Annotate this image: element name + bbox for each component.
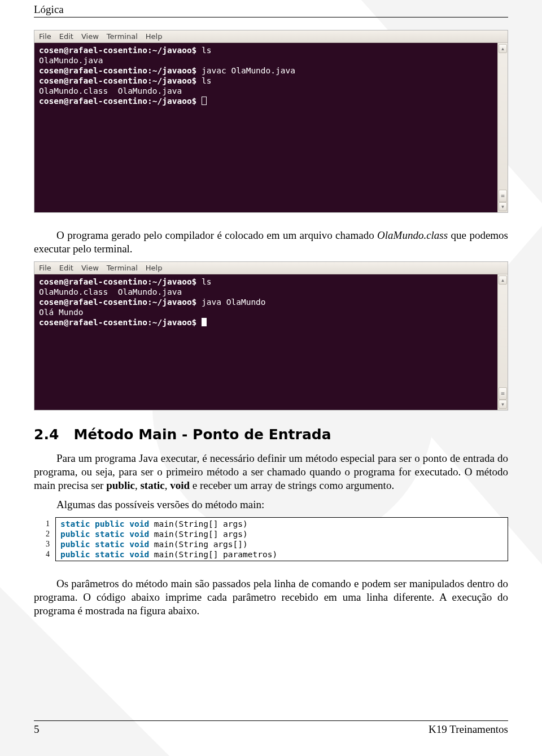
scroll-thumb: ≡ <box>499 190 507 202</box>
terminal-output: cosen@rafael-cosentino:~/javaoo$ ls OlaM… <box>34 43 497 212</box>
paragraph-1: O programa gerado pelo compilador é colo… <box>34 229 508 256</box>
header-rule <box>34 17 508 18</box>
page-number: 5 <box>34 723 40 736</box>
menu-terminal: Terminal <box>107 264 138 272</box>
cursor-icon <box>202 318 207 326</box>
menu-file: File <box>39 264 51 272</box>
menu-view: View <box>81 32 99 41</box>
terminal-output: cosen@rafael-cosentino:~/javaoo$ ls OlaM… <box>34 274 497 410</box>
paragraph-4: Os parâmetros do método main são passado… <box>34 577 508 618</box>
paragraph-3: Algumas das possíveis versões do método … <box>34 498 508 512</box>
paragraph-2: Para um programa Java executar, é necess… <box>34 452 508 492</box>
chapter-title: Lógica <box>34 3 508 16</box>
scroll-down-icon: ▾ <box>499 400 507 409</box>
scroll-up-icon: ▴ <box>499 44 507 53</box>
terminal-scrollbar: ▴ ≡ ▾ <box>497 43 508 212</box>
cursor-icon <box>202 97 207 105</box>
menu-help: Help <box>146 32 163 41</box>
terminal-scrollbar: ▴ ≡ ▾ <box>497 274 508 410</box>
menu-terminal: Terminal <box>107 32 138 41</box>
scroll-up-icon: ▴ <box>499 276 507 285</box>
terminal-screenshot-1: File Edit View Terminal Help cosen@rafae… <box>34 30 508 213</box>
menu-help: Help <box>146 264 163 272</box>
menu-edit: Edit <box>59 32 73 41</box>
scroll-down-icon: ▾ <box>499 202 507 211</box>
menu-view: View <box>81 264 99 272</box>
footer-rule <box>34 720 508 721</box>
menu-edit: Edit <box>59 264 73 272</box>
scroll-thumb: ≡ <box>499 387 507 400</box>
code-content: static public void main(String[] args) p… <box>55 517 508 561</box>
code-listing: 1234 static public void main(String[] ar… <box>34 517 508 561</box>
menu-file: File <box>39 32 51 41</box>
terminal-screenshot-2: File Edit View Terminal Help cosen@rafae… <box>34 261 508 410</box>
section-heading: 2.4 Método Main - Ponto de Entrada <box>34 426 508 443</box>
terminal-menubar: File Edit View Terminal Help <box>34 30 508 43</box>
page-footer: 5 K19 Treinamentos <box>34 720 508 736</box>
footer-brand: K19 Treinamentos <box>429 723 508 736</box>
terminal-menubar: File Edit View Terminal Help <box>34 262 508 274</box>
code-line-numbers: 1234 <box>34 517 55 561</box>
